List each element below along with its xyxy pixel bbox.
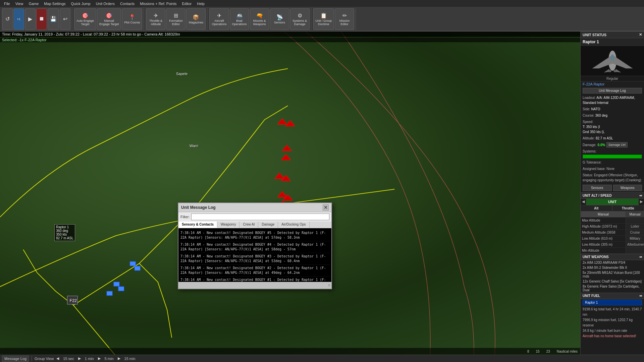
tab-damage[interactable]: Damage — [258, 222, 278, 228]
systems-damage-button[interactable]: ⚙ Systems &Damage — [290, 8, 310, 30]
sensors-icon: 📡 — [276, 14, 283, 20]
weapon-item-4[interactable]: 12x Generic Chaff Salvo [5x Cartridges] — [581, 279, 644, 284]
alt-row-medium: Medium Altitude (3658 Cruise — [581, 230, 644, 236]
weapon-item-3[interactable]: 5x 20mm/85 M61A2 Vulcan Burst [100 rnds — [581, 270, 644, 279]
alt-low2-value[interactable]: Afterburner — [626, 242, 644, 247]
play-next-5m[interactable]: ▶ — [98, 356, 101, 361]
alt-nav-left[interactable]: ◀ — [581, 199, 586, 205]
mission-editor-button[interactable]: ✏ MissionEditor — [335, 8, 354, 30]
aircraft-ops-label: AircraftOperations — [212, 19, 226, 26]
menu-game[interactable]: Game — [26, 1, 41, 6]
aircraft-ops-button[interactable]: ✈ AircraftOperations — [209, 8, 229, 30]
weapons-expand[interactable]: ⇔ — [639, 255, 642, 259]
weapon-item-5[interactable]: 8x Generic Flare Salvo [3x Cartridges, D… — [581, 284, 644, 293]
unit-status-text: Status: Engaged Offensive (Shotgun, enga… — [581, 172, 644, 183]
menu-help[interactable]: Help — [194, 1, 207, 6]
alt-medium-value[interactable]: Cruise — [626, 230, 644, 235]
weapons-panel-button[interactable]: Weapons — [613, 185, 642, 191]
tab-weaponry[interactable]: Weaponry — [217, 222, 239, 228]
fuel-title: UNIT FUEL — [583, 294, 600, 298]
menu-quick-jump[interactable]: Quick Jump — [68, 1, 93, 6]
weapon-item-2[interactable]: 2x AIM-9X-2 Sidewinder Blk II — [581, 265, 644, 270]
unit-status-close[interactable]: ✕ — [639, 33, 642, 37]
unit-damage: Damage: 0.0% Damage Ctrl — [581, 141, 644, 148]
fuel-expand[interactable]: ⇔ — [639, 294, 642, 298]
unit-type-link[interactable]: F-22A Raptor — [581, 81, 644, 87]
sensors-label: Sensors — [274, 21, 285, 24]
throttle-altitude-button[interactable]: ✈ Throttle &Altitude — [146, 8, 165, 30]
tab-crew-ai[interactable]: Crew AI — [239, 222, 258, 228]
alt-max-value[interactable] — [626, 218, 644, 223]
unit-doctrine-button[interactable]: 📋 Unit / GroupDoctrine — [313, 8, 334, 30]
auto-engage-button[interactable]: 🎯 Auto EngageTarget — [74, 8, 96, 30]
menu-file[interactable]: File — [1, 1, 13, 6]
undo-button[interactable]: ↩ — [60, 8, 70, 30]
alt-nav-right[interactable]: ▶ — [639, 199, 644, 205]
speed-label: ×1 — [17, 17, 20, 21]
interval-5m[interactable]: 5 min — [103, 356, 115, 361]
alt-manual-value[interactable]: Manual — [581, 212, 626, 217]
interval-15m[interactable]: 15 min — [123, 356, 137, 361]
boat-ops-button[interactable]: 🚢 BoatOperations — [230, 8, 249, 30]
manual-engage-button[interactable]: 🎯 ManualEngage Target — [97, 8, 121, 30]
play-next-1m[interactable]: ▶ — [78, 356, 81, 361]
alt-min-value[interactable] — [626, 248, 644, 253]
fuel-unit-name[interactable]: Raptor 1 — [583, 300, 642, 305]
playback-controls: ↺ ×1 ▶ ⏹ 💾 ↩ — [1, 8, 72, 30]
doctrine-icon: 📋 — [320, 12, 327, 19]
play-button[interactable]: ▶ — [25, 8, 36, 30]
restart-button[interactable]: ↺ — [2, 8, 13, 30]
save-button[interactable]: 💾 — [48, 8, 59, 30]
save-icon: 💾 — [50, 16, 57, 22]
sensors-button[interactable]: 📡 Sensors — [270, 8, 289, 30]
msg-line-5: 7:38:14 AM - New contact! Designated BOG… — [180, 230, 330, 241]
map-area[interactable]: Time: Friday, January 11, 2019 - Zulu: 0… — [0, 32, 580, 355]
interval-1m[interactable]: 1 min — [84, 356, 95, 361]
stop-icon: ⏹ — [39, 16, 44, 22]
formation-editor-button[interactable]: ⊞ FormationEditor — [166, 8, 185, 30]
selected-bar: Selected: -1x F-22A Raptor — [0, 38, 580, 42]
ruler-marker-23: 23 — [546, 350, 550, 353]
play-prev-icon[interactable]: ◀ — [56, 356, 59, 361]
menu-editor[interactable]: Editor — [179, 1, 194, 6]
damage-ctrl-button[interactable]: Damage Ctrl — [606, 142, 628, 147]
tab-sensory[interactable]: Sensory & Contacts — [178, 222, 217, 228]
svg-point-23 — [611, 54, 614, 61]
weapon-item-1[interactable]: 2x AIM-120D AMRAAM P3/4 — [581, 260, 644, 265]
sensors-panel-button[interactable]: Sensors — [583, 185, 612, 191]
throttle-manual-value[interactable]: Manual — [626, 212, 644, 217]
menu-map-settings[interactable]: Map Settings — [41, 1, 68, 6]
msg-content[interactable]: 7:38:14 AM - New contact! Designated BOG… — [178, 228, 331, 282]
unit-status-header: UNIT STATUS ✕ — [581, 32, 644, 38]
mounts-icon: 🔫 — [256, 12, 263, 19]
tab-air-docking[interactable]: Air/Docking Ops — [278, 222, 309, 228]
alt-low-value[interactable]: Military — [626, 236, 644, 241]
manual-engage-icon: 🎯 — [106, 12, 112, 19]
throttle-icon: ✈ — [154, 12, 158, 19]
ruler-marker-8: 8 — [527, 350, 529, 353]
alt-high-value[interactable]: Loiter — [626, 224, 644, 229]
weapons-title: UNIT WEAPONS — [583, 255, 609, 259]
filter-input[interactable] — [191, 214, 330, 220]
mounts-weapons-button[interactable]: 🔫 Mounts &Weapons — [250, 8, 269, 30]
msg-log-title-bar[interactable]: Unit Message Log ✕ — [178, 203, 331, 212]
unit-status-panel: UNIT STATUS ✕ Raptor 1 — [580, 32, 644, 355]
svg-rect-24 — [608, 70, 611, 72]
menu-contacts[interactable]: Contacts — [117, 1, 137, 6]
interval-15s[interactable]: 15 sec — [62, 356, 75, 361]
unit-msg-log-button[interactable]: Unit Message Log — [583, 88, 642, 94]
speed-button[interactable]: ×1 — [13, 8, 24, 30]
magazines-button[interactable]: 📦 Magazines — [186, 8, 206, 30]
menu-missions[interactable]: Missions + Ref. Points — [137, 1, 179, 6]
menu-unit-orders[interactable]: Unit Orders — [93, 1, 117, 6]
msg-line-3: 7:38:14 AM - New contact! Designated BOG… — [180, 253, 330, 265]
alt-speed-header: UNIT ALT / SPEED ⇔ — [581, 192, 644, 199]
alt-speed-expand[interactable]: ⇔ — [639, 194, 642, 197]
msg-log-close-button[interactable]: ✕ — [323, 204, 329, 210]
msg-log-status[interactable]: Message Log — [2, 356, 29, 362]
menu-view[interactable]: View — [13, 1, 26, 6]
stop-button[interactable]: ⏹ — [36, 8, 47, 30]
play-next-15m[interactable]: ▶ — [118, 356, 120, 361]
filter-label: Filter: — [180, 215, 190, 219]
plot-course-button[interactable]: 📍 Plot Course — [122, 8, 142, 30]
